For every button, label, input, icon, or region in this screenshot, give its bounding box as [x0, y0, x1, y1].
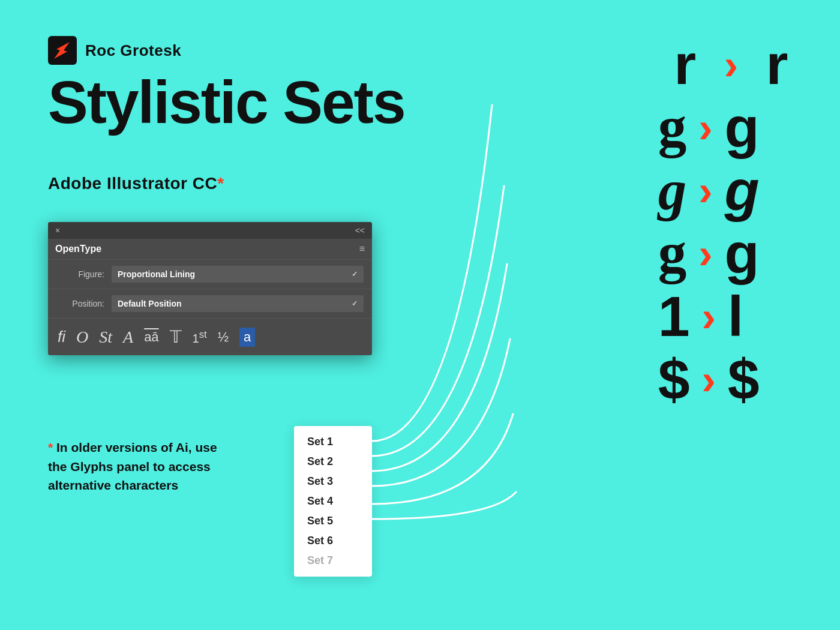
- figure-select[interactable]: Proportional Lining ✓: [112, 266, 364, 283]
- g-double-comparison-row: g › g: [658, 99, 804, 156]
- panel-collapse-button[interactable]: <<: [355, 226, 365, 235]
- g-arrow-icon-3: ›: [698, 233, 712, 275]
- subtitle-asterisk: *: [217, 174, 224, 193]
- char-one-original: 1: [658, 288, 690, 345]
- set-item-2[interactable]: Set 2: [294, 452, 372, 472]
- set-item-6[interactable]: Set 6: [294, 531, 372, 551]
- g-arrow-icon-1: ›: [698, 107, 712, 149]
- position-value: Default Position: [118, 299, 182, 308]
- brand-icon: [48, 36, 77, 65]
- figure-label: Figure:: [56, 269, 104, 279]
- char-g-alt3b: g: [725, 225, 760, 282]
- set-item-5[interactable]: Set 5: [294, 511, 372, 531]
- glyph-aa-overline[interactable]: aā: [144, 329, 158, 345]
- subtitle: Adobe Illustrator CC*: [48, 174, 224, 193]
- glyph-half-fraction[interactable]: ½: [218, 329, 229, 345]
- char-g-double: g: [658, 99, 687, 156]
- figure-chevron-icon: ✓: [352, 270, 358, 278]
- position-label: Position:: [56, 299, 104, 308]
- set-item-3[interactable]: Set 3: [294, 472, 372, 491]
- char-r-original: r: [658, 36, 712, 93]
- glyph-italic-o[interactable]: O: [76, 328, 88, 347]
- position-select[interactable]: Default Position ✓: [112, 295, 364, 312]
- panel-close-button[interactable]: ×: [55, 226, 60, 235]
- position-chevron-icon: ✓: [352, 299, 358, 308]
- char-one-alt: l: [728, 288, 743, 345]
- g-alt2-comparison-row: g › g: [658, 162, 804, 219]
- brand-name: Roc Grotesk: [85, 41, 181, 60]
- position-row: Position: Default Position ✓: [48, 289, 372, 319]
- glyph-st[interactable]: St: [99, 328, 112, 347]
- glyphs-row: fi O St A aā 𝕋 1st ½ a: [48, 319, 372, 355]
- footnote-text: * In older versions of Ai, usethe Glyphs…: [48, 438, 288, 495]
- subtitle-text: Adobe Illustrator CC: [48, 174, 217, 193]
- page-title: Stylistic Sets: [48, 72, 405, 132]
- glyph-a-script[interactable]: A: [123, 328, 133, 347]
- g-alt3-comparison-row: g › g: [658, 225, 804, 282]
- panel-header: OpenType ≡: [48, 239, 372, 260]
- set-item-7: Set 7: [294, 551, 372, 571]
- char-g-alt2b: g: [725, 162, 760, 219]
- glyph-superscript[interactable]: 1st: [193, 329, 207, 346]
- figure-row: Figure: Proportional Lining ✓: [48, 260, 372, 289]
- panel-menu-icon[interactable]: ≡: [359, 244, 365, 254]
- panel-title: OpenType: [55, 244, 101, 254]
- character-comparisons: r › r g › g g › g g › g 1 › l $ › $: [658, 36, 804, 408]
- glyph-a-selected[interactable]: a: [239, 328, 255, 347]
- char-g-alt2a: g: [658, 162, 687, 219]
- r-arrow-icon: ›: [724, 44, 738, 86]
- one-arrow-icon: ›: [702, 296, 716, 338]
- r-comparison-row: r › r: [658, 36, 804, 93]
- char-dollar-original: $: [658, 351, 690, 408]
- one-comparison-row: 1 › l: [658, 288, 804, 345]
- g-arrow-icon-2: ›: [698, 170, 712, 212]
- opentype-panel: × << OpenType ≡ Figure: Proportional Lin…: [48, 222, 372, 355]
- footnote-content: In older versions of Ai, usethe Glyphs p…: [48, 440, 217, 492]
- char-g-single: g: [725, 99, 760, 156]
- dollar-comparison-row: $ › $: [658, 351, 804, 408]
- panel-titlebar: × <<: [48, 222, 372, 239]
- char-g-alt3a: g: [658, 225, 687, 282]
- char-r-alt: r: [750, 36, 804, 93]
- set-item-4[interactable]: Set 4: [294, 491, 372, 511]
- dollar-arrow-icon: ›: [702, 359, 716, 401]
- footnote-asterisk: *: [48, 440, 53, 454]
- set-item-1[interactable]: Set 1: [294, 432, 372, 452]
- char-dollar-alt: $: [728, 351, 760, 408]
- figure-value: Proportional Lining: [118, 269, 195, 279]
- set-list: Set 1 Set 2 Set 3 Set 4 Set 5 Set 6 Set …: [294, 426, 372, 577]
- footnote: * In older versions of Ai, usethe Glyphs…: [48, 438, 288, 495]
- glyph-fi[interactable]: fi: [58, 328, 65, 346]
- logo-area: Roc Grotesk: [48, 36, 181, 65]
- glyph-t-capital[interactable]: 𝕋: [170, 327, 182, 347]
